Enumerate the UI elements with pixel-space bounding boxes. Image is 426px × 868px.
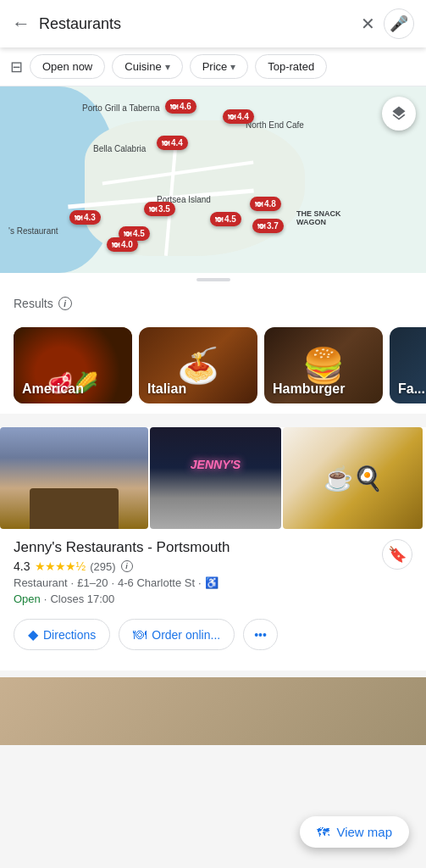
order-icon: 🍽 [133, 627, 147, 643]
filter-bar: ⊟ Open now Cuisine ▾ Price ▾ Top-rated [0, 47, 426, 86]
food-image [283, 427, 423, 529]
rating-row: 4.3 ★★★★½ (295) i [14, 559, 382, 573]
review-count: (295) [90, 560, 115, 573]
chevron-down-icon: ▾ [165, 61, 170, 73]
map-label-snack: THE SNACKWAGON [296, 209, 341, 226]
filter-cuisine[interactable]: Cuisine ▾ [112, 54, 182, 79]
restaurant-name[interactable]: Jenny's Restaurants - Portsmouth [14, 539, 382, 556]
back-button[interactable]: ← [12, 13, 30, 35]
restaurant-details: Restaurant · £1–20 · 4-6 Charlotte St · … [14, 576, 382, 589]
view-map-label: View map [336, 825, 392, 839]
category-american[interactable]: American [14, 327, 132, 403]
order-online-button[interactable]: 🍽 Order onlin... [119, 619, 235, 650]
divider [0, 414, 426, 420]
star-rating: ★★★★½ [35, 559, 85, 573]
map-layers-button[interactable] [382, 97, 416, 131]
bottom-preview [0, 677, 426, 745]
category-italian[interactable]: Italian [139, 327, 257, 403]
map-pin-restaurant[interactable]: 4.3 [69, 210, 101, 225]
open-status: Open [14, 593, 41, 605]
map-label-restaurant: 's Restaurant [8, 226, 58, 236]
category-hamburger[interactable]: Hamburger [264, 327, 383, 403]
drag-handle-bar [0, 273, 426, 287]
more-icon: ••• [254, 628, 267, 642]
interior-image [0, 427, 148, 529]
results-section: Results i [0, 287, 426, 317]
map-label-bella: Bella Calabria [93, 144, 146, 153]
more-options-button[interactable]: ••• [243, 619, 278, 650]
action-buttons: ◆ Directions 🍽 Order onlin... ••• [14, 619, 412, 660]
category-scroll: American Italian Hamburger 🍟 Fa... [0, 317, 426, 414]
drag-handle[interactable] [196, 278, 230, 281]
view-map-icon: 🗺 [317, 825, 329, 839]
restaurant-card: JENNY'S Jenny's Restaurants - Portsmouth… [0, 427, 426, 670]
map-pin-4-5[interactable]: 4.5 [210, 212, 241, 226]
rating-info-icon[interactable]: i [121, 560, 133, 572]
results-label: Results i [14, 297, 412, 310]
results-info-icon[interactable]: i [58, 297, 72, 310]
map-pin-4-8[interactable]: 4.8 [250, 197, 281, 211]
exterior-image: JENNY'S [150, 427, 281, 529]
bookmark-button[interactable]: 🔖 [382, 539, 412, 570]
map-label-northend: North End Cafe [246, 120, 304, 130]
land-area [85, 120, 305, 256]
directions-button[interactable]: ◆ Directions [14, 619, 110, 650]
map-background: Porto Grill a Taberna North End Cafe Bel… [0, 86, 426, 273]
directions-label: Directions [43, 628, 96, 642]
map-pin-porto[interactable]: 4.6 [165, 99, 196, 114]
restaurant-photos: JENNY'S [0, 427, 426, 529]
search-bar: ← Restaurants ✕ 🎤 [0, 0, 426, 47]
map-view[interactable]: Porto Grill a Taberna North End Cafe Bel… [0, 86, 426, 273]
chevron-down-icon: ▾ [230, 61, 235, 73]
filter-open-now[interactable]: Open now [30, 54, 105, 79]
filter-top-rated[interactable]: Top-rated [255, 54, 327, 79]
voice-search-button[interactable]: 🎤 [384, 8, 414, 39]
map-pin-3-5[interactable]: 3.5 [144, 202, 175, 216]
map-pin-3-7[interactable]: 3.7 [252, 219, 284, 233]
order-online-label: Order onlin... [152, 628, 220, 642]
map-pin-4-0[interactable]: 4.0 [107, 237, 138, 252]
map-pin-bella[interactable]: 4.4 [157, 136, 188, 150]
restaurant-photo-exterior[interactable]: JENNY'S [150, 427, 281, 529]
view-map-button[interactable]: 🗺 View map [300, 816, 409, 848]
category-fastfood[interactable]: 🍟 Fa... [390, 327, 426, 403]
clear-search-button[interactable]: ✕ [361, 14, 375, 34]
restaurant-info: Jenny's Restaurants - Portsmouth 4.3 ★★★… [0, 529, 426, 670]
filter-price[interactable]: Price ▾ [190, 54, 249, 79]
search-query[interactable]: Restaurants [39, 15, 352, 33]
filter-icon[interactable]: ⊟ [10, 58, 23, 76]
restaurant-photo-interior[interactable] [0, 427, 148, 529]
map-pin-northend[interactable]: 4.4 [223, 109, 254, 124]
restaurant-photo-food[interactable] [283, 427, 423, 529]
close-time: Closes 17:00 [50, 593, 114, 605]
map-label-porto: Porto Grill a Taberna [82, 103, 160, 113]
restaurant-hours: Open · Closes 17:00 [14, 593, 382, 605]
directions-icon: ◆ [28, 626, 38, 643]
rating-number: 4.3 [14, 559, 30, 573]
restaurant-sign: JENNY'S [191, 458, 241, 471]
